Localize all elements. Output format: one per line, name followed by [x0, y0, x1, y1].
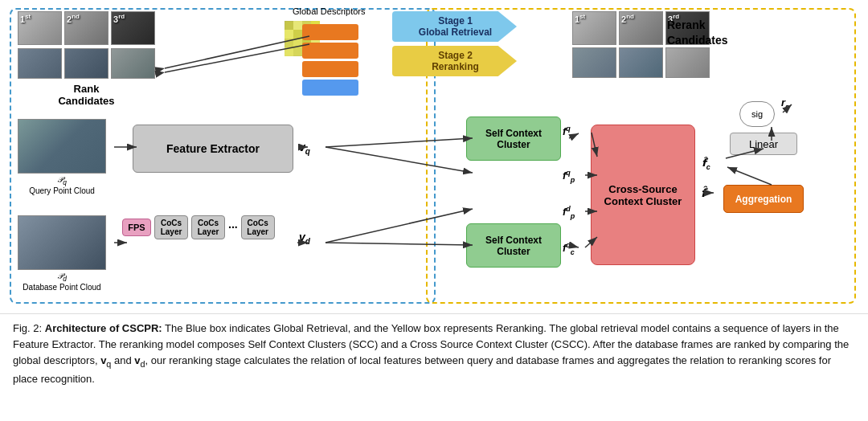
rank-badge-3: 3rd [113, 13, 125, 24]
desc-block-3 [302, 61, 358, 77]
query-image [18, 119, 106, 174]
main-container: Stage 1 Global Retrieval Stage 2 Reranki… [0, 0, 868, 421]
rerank-img-1: 1st [572, 11, 616, 45]
svg-rect-9 [285, 39, 293, 47]
db-label: 𝒫dDatabase Point Cloud [18, 272, 106, 292]
svg-rect-2 [293, 21, 302, 30]
rerank-badge-1: 1st [575, 13, 585, 24]
desc-block-2 [302, 43, 358, 59]
fdc-label: fdc [563, 241, 575, 256]
rank-badge-1: 1st [20, 13, 31, 24]
rank-scene-img-3 [111, 48, 155, 79]
aggregation-box: Aggregation [723, 185, 804, 213]
desc-block-blue [302, 80, 358, 96]
stage2-arrow: Stage 2 Reranking [392, 46, 517, 76]
desc-block-1 [302, 24, 358, 40]
caption-bold: Architecture of CSCPR: [45, 322, 162, 334]
rerank-candidates-label: RerankCandidates [667, 18, 727, 48]
rank-scene-img-1 [18, 48, 62, 79]
query-label: 𝒫qQuery Point Cloud [18, 175, 106, 195]
rank-candidates-group: 1st 2nd 3rd RankCandidates [18, 11, 155, 107]
cocs-pipeline: FPS CoCsLayer CoCsLayer ··· CoCsLayer [122, 215, 275, 239]
linear-box: Linear [730, 133, 797, 155]
rank-img-1: 1st [18, 11, 62, 45]
ellipsis: ··· [228, 221, 238, 234]
rerank-scene-3 [665, 47, 710, 78]
rerank-badge-2: 2nd [621, 13, 634, 24]
svg-rect-1 [285, 21, 293, 30]
svg-rect-10 [293, 39, 302, 47]
descriptor-blocks [302, 24, 358, 96]
fps-box: FPS [122, 219, 151, 236]
svg-rect-13 [285, 47, 293, 56]
feature-extractor-box: Feature Extractor [133, 125, 293, 173]
db-group: 𝒫dDatabase Point Cloud [18, 215, 106, 292]
stage1-arrow: Stage 1 Global Retrieval [392, 11, 517, 42]
rerank-scene-1 [572, 47, 616, 78]
cocs-box-3: CoCsLayer [241, 215, 275, 239]
sig-circle: sig [739, 101, 775, 127]
rank-scene-img-2 [64, 48, 108, 79]
fqp-label: fqp [563, 169, 575, 184]
svg-rect-5 [285, 30, 293, 39]
cocs-box-1: CoCsLayer [154, 215, 188, 239]
global-descriptors-label: Global Descriptors [293, 6, 365, 16]
rank-badge-2: 2nd [67, 13, 80, 24]
fhat-label: f̂ [701, 186, 706, 199]
rank-candidates-label: RankCandidates [18, 83, 155, 107]
vd-label: vd [299, 231, 310, 246]
fqc-label: fqc [563, 125, 575, 140]
cscc-box: Cross-Source Context Cluster [591, 125, 695, 265]
db-image [18, 215, 106, 270]
vq-label: vq [299, 141, 310, 156]
diagram-area: Stage 1 Global Retrieval Stage 2 Reranki… [0, 0, 868, 313]
rank-images-row: 1st 2nd 3rd [18, 11, 155, 45]
rank-img-3: 3rd [111, 11, 155, 45]
cocs-box-2: CoCsLayer [191, 215, 225, 239]
rerank-img-2: 2nd [619, 11, 663, 45]
caption-fig-prefix: Fig. 2: [13, 322, 45, 334]
scc-box-top: Self Context Cluster [466, 116, 561, 161]
rank-img-2: 2nd [64, 11, 108, 45]
rs-label: rs [781, 96, 789, 111]
scc-box-bottom: Self Context Cluster [466, 223, 561, 268]
svg-rect-6 [293, 30, 302, 39]
caption-area: Fig. 2: Architecture of CSCPR: The Blue … [0, 313, 868, 421]
svg-rect-14 [293, 47, 302, 56]
query-group: 𝒫qQuery Point Cloud [18, 119, 106, 195]
fhatc-label: f̂c [702, 157, 710, 171]
fdp-label: fdp [563, 205, 575, 220]
rerank-scene-2 [619, 47, 663, 78]
